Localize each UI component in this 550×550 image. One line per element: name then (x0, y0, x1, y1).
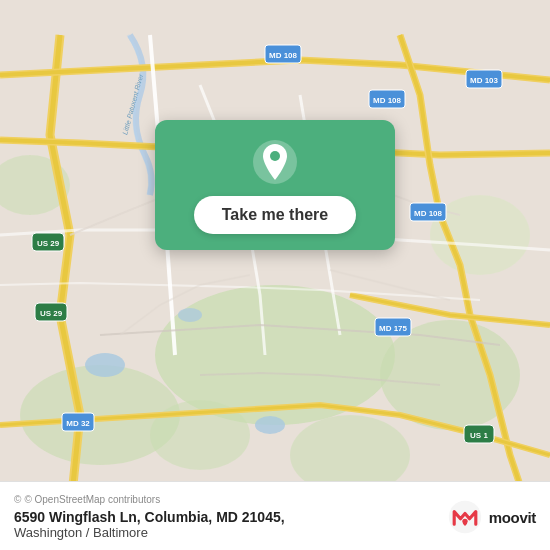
map-container: MD 108 MD 175 MD 108 MD 103 MD 108 US 29… (0, 0, 550, 550)
copyright-line: © © OpenStreetMap contributors (14, 494, 285, 505)
svg-text:MD 108: MD 108 (414, 209, 443, 218)
location-card: Take me there (155, 120, 395, 250)
city-line: Washington / Baltimore (14, 525, 285, 540)
svg-text:MD 175: MD 175 (379, 324, 408, 333)
moovit-logo: moovit (447, 499, 536, 535)
location-pin-icon (251, 138, 299, 186)
copyright-symbol: © (14, 494, 21, 505)
svg-text:MD 108: MD 108 (373, 96, 402, 105)
moovit-text: moovit (489, 509, 536, 526)
svg-text:US 1: US 1 (470, 431, 488, 440)
moovit-icon (447, 499, 483, 535)
svg-text:MD 32: MD 32 (66, 419, 90, 428)
svg-text:US 29: US 29 (37, 239, 60, 248)
take-me-there-button[interactable]: Take me there (194, 196, 356, 234)
svg-point-8 (85, 353, 125, 377)
copyright-text: © OpenStreetMap contributors (24, 494, 160, 505)
map-background: MD 108 MD 175 MD 108 MD 103 MD 108 US 29… (0, 0, 550, 550)
svg-text:MD 108: MD 108 (269, 51, 298, 60)
svg-text:US 29: US 29 (40, 309, 63, 318)
svg-point-10 (178, 308, 202, 322)
svg-text:MD 103: MD 103 (470, 76, 499, 85)
address-line: 6590 Wingflash Ln, Columbia, MD 21045, (14, 509, 285, 525)
bottom-info-bar: © © OpenStreetMap contributors 6590 Wing… (0, 481, 550, 550)
address-info: © © OpenStreetMap contributors 6590 Wing… (14, 494, 285, 540)
svg-point-33 (270, 151, 280, 161)
svg-point-9 (255, 416, 285, 434)
